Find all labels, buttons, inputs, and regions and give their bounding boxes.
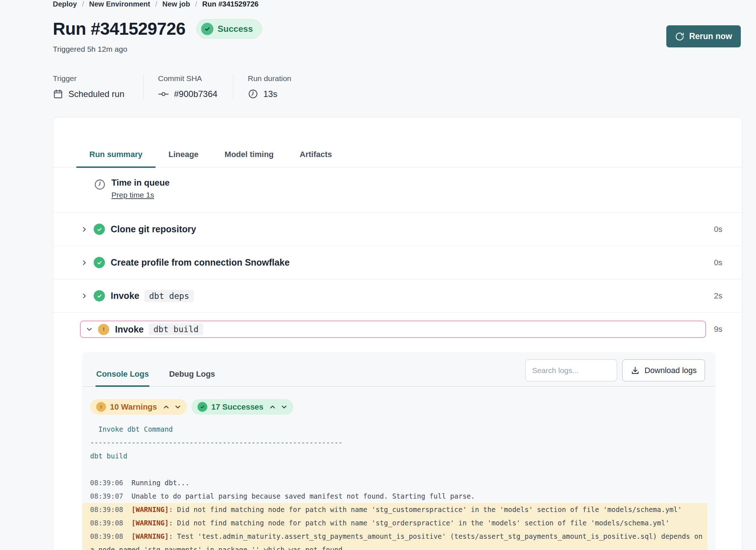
breadcrumb-deploy[interactable]: Deploy bbox=[53, 0, 77, 8]
breadcrumb: Deploy / New Environment / New job / Run… bbox=[53, 0, 259, 8]
successes-badge[interactable]: 17 Successes bbox=[191, 399, 293, 415]
rerun-now-label: Rerun now bbox=[689, 31, 732, 41]
tab-debug-logs[interactable]: Debug Logs bbox=[168, 369, 216, 387]
refresh-icon bbox=[675, 32, 684, 41]
breadcrumb-separator: / bbox=[155, 0, 157, 8]
log-line-blank bbox=[90, 463, 708, 476]
chevron-up-small-icon[interactable] bbox=[163, 405, 169, 409]
meta-trigger-label: Trigger bbox=[53, 74, 129, 83]
calendar-icon bbox=[53, 89, 63, 99]
check-circle-icon bbox=[94, 257, 105, 268]
step-duration: 9s bbox=[714, 325, 722, 334]
log-line: 08:39:07Unable to do partial parsing bec… bbox=[90, 490, 708, 503]
log-line-warning: 08:39:08[WARNING]: Did not find matching… bbox=[82, 516, 708, 530]
tab-console-logs[interactable]: Console Logs bbox=[95, 369, 149, 387]
breadcrumb-current-run: Run #341529726 bbox=[202, 0, 259, 8]
status-badge: Success bbox=[196, 19, 262, 39]
prep-time-link[interactable]: Prep time 1s bbox=[111, 191, 154, 199]
tab-lineage[interactable]: Lineage bbox=[156, 143, 212, 168]
page-title: Run #341529726 bbox=[53, 19, 186, 39]
run-detail-page: Deploy / New Environment / New job / Run… bbox=[0, 0, 756, 550]
step-command: dbt build bbox=[149, 323, 203, 335]
step-label: Clone git repository bbox=[111, 224, 196, 234]
meta-duration-label: Run duration bbox=[248, 74, 291, 83]
check-circle-icon bbox=[201, 23, 213, 35]
check-circle-icon bbox=[198, 402, 207, 412]
step-label: Invoke bbox=[115, 324, 144, 335]
console-log-output: Invoke dbt Command ---------------------… bbox=[82, 415, 715, 550]
download-logs-label: Download logs bbox=[645, 366, 697, 375]
warnings-badge[interactable]: 10 Warnings bbox=[90, 399, 187, 415]
logs-header: Console Logs Debug Logs Download logs bbox=[82, 352, 715, 387]
run-tabs: Run summary Lineage Model timing Artifac… bbox=[53, 143, 742, 168]
clock-icon bbox=[94, 178, 106, 199]
log-line-warning: 08:39:08[WARNING]: Test 'test.admin_matu… bbox=[82, 530, 708, 550]
breadcrumb-separator: / bbox=[82, 0, 84, 8]
rerun-now-button[interactable]: Rerun now bbox=[666, 25, 741, 47]
chevron-up-small-icon[interactable] bbox=[269, 405, 276, 409]
title-row: Run #341529726 Success bbox=[53, 19, 262, 39]
search-logs-input[interactable] bbox=[525, 359, 617, 381]
successes-badge-label: 17 Successes bbox=[211, 402, 263, 412]
clock-icon bbox=[248, 89, 258, 99]
step-row-clone-git[interactable]: Clone git repository 0s bbox=[53, 213, 742, 246]
tab-model-timing[interactable]: Model timing bbox=[212, 143, 287, 168]
step-label: Create profile from connection Snowflake bbox=[111, 257, 290, 268]
meta-trigger: Trigger Scheduled run bbox=[53, 74, 143, 100]
check-circle-icon bbox=[94, 224, 105, 235]
logs-panel: Console Logs Debug Logs Download logs 10 bbox=[82, 352, 715, 550]
time-in-queue-title: Time in queue bbox=[111, 178, 170, 188]
breadcrumb-separator: / bbox=[195, 0, 197, 8]
meta-commit-label: Commit SHA bbox=[158, 74, 218, 83]
warning-circle-icon bbox=[98, 324, 109, 335]
log-filter-badges: 10 Warnings 17 Successes bbox=[82, 387, 715, 415]
run-summary-card: Run summary Lineage Model timing Artifac… bbox=[53, 117, 742, 550]
commit-icon bbox=[158, 89, 169, 100]
step-duration: 0s bbox=[714, 225, 722, 234]
chevron-right-icon[interactable] bbox=[81, 292, 88, 300]
meta-commit: Commit SHA #900b7364 bbox=[143, 74, 233, 100]
chevron-down-small-icon[interactable] bbox=[281, 405, 287, 409]
triggered-timestamp: Triggered 5h 12m ago bbox=[53, 45, 127, 54]
step-duration: 2s bbox=[714, 291, 722, 301]
step-duration: 0s bbox=[714, 258, 722, 267]
tab-artifacts[interactable]: Artifacts bbox=[287, 143, 345, 168]
log-line: ----------------------------------------… bbox=[90, 436, 708, 449]
breadcrumb-job[interactable]: New job bbox=[162, 0, 190, 8]
warning-circle-icon bbox=[96, 402, 106, 412]
download-logs-button[interactable]: Download logs bbox=[622, 359, 705, 381]
status-badge-label: Success bbox=[218, 24, 253, 34]
log-line: Invoke dbt Command bbox=[90, 423, 708, 436]
download-icon bbox=[630, 366, 640, 375]
log-line: 08:39:06Running dbt... bbox=[90, 476, 708, 490]
chevron-down-small-icon[interactable] bbox=[175, 405, 181, 409]
chevron-right-icon[interactable] bbox=[81, 259, 88, 266]
step-command: dbt deps bbox=[144, 290, 194, 302]
time-in-queue-section: Time in queue Prep time 1s bbox=[53, 168, 742, 213]
step-label: Invoke bbox=[111, 291, 139, 301]
meta-trigger-value: Scheduled run bbox=[68, 89, 124, 99]
tab-run-summary[interactable]: Run summary bbox=[76, 143, 156, 168]
step-row-create-profile[interactable]: Create profile from connection Snowflake… bbox=[53, 246, 742, 279]
warnings-badge-label: 10 Warnings bbox=[110, 402, 157, 412]
run-meta: Trigger Scheduled run Commit SHA #900b73… bbox=[53, 74, 306, 100]
chevron-right-icon[interactable] bbox=[81, 226, 88, 233]
step-row-invoke-dbt-deps[interactable]: Invoke dbt deps 2s bbox=[53, 279, 742, 313]
log-line-warning: 08:39:08[WARNING]: Did not find matching… bbox=[82, 503, 708, 516]
chevron-down-icon[interactable] bbox=[86, 326, 93, 333]
breadcrumb-environment[interactable]: New Environment bbox=[89, 0, 150, 8]
meta-duration: Run duration 13s bbox=[233, 74, 306, 100]
log-tabs: Console Logs Debug Logs bbox=[95, 369, 216, 387]
log-line: dbt build bbox=[90, 449, 708, 463]
check-circle-icon bbox=[94, 290, 105, 301]
meta-commit-value: #900b7364 bbox=[174, 89, 217, 99]
selected-step-box[interactable]: Invoke dbt build bbox=[80, 321, 706, 338]
meta-duration-value: 13s bbox=[263, 89, 277, 99]
step-row-invoke-dbt-build[interactable]: Invoke dbt build 9s bbox=[53, 313, 742, 346]
